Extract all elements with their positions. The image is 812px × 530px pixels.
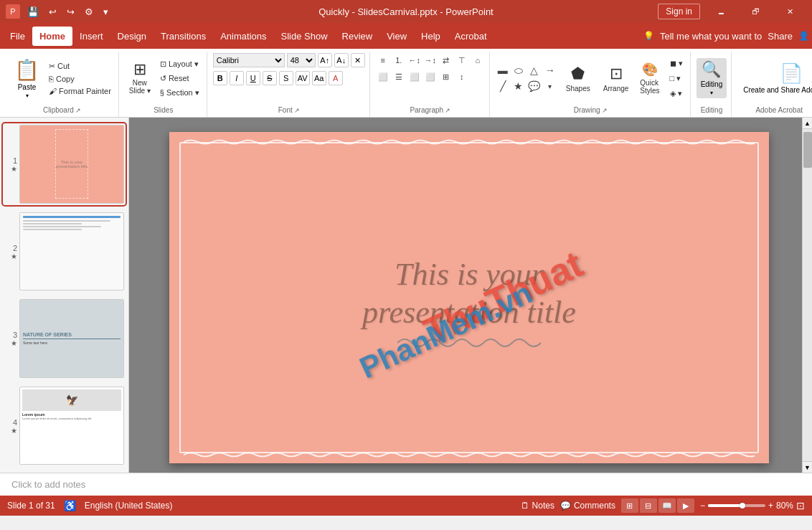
align-right[interactable]: ⬜ <box>407 70 422 84</box>
shape-arrow[interactable]: → <box>543 63 557 77</box>
menu-home[interactable]: Home <box>32 27 72 46</box>
redo-btn[interactable]: ↪ <box>64 5 77 19</box>
bold-button[interactable]: B <box>213 71 227 85</box>
shape-oval[interactable]: ⬭ <box>511 63 526 77</box>
font-size-select[interactable]: 48 <box>287 53 316 67</box>
shape-star[interactable]: ★ <box>511 79 526 93</box>
paragraph-expand-icon[interactable]: ↗ <box>445 107 450 114</box>
notes-status-btn[interactable]: 🗒 Notes <box>521 501 554 511</box>
slideshow-button[interactable]: ▶ <box>677 498 694 513</box>
scroll-thumb[interactable] <box>803 132 812 168</box>
line-spacing[interactable]: ↕ <box>455 70 469 84</box>
menu-animations[interactable]: Animations <box>213 27 273 46</box>
underline-button[interactable]: U <box>246 71 260 85</box>
create-share-pdf-button[interactable]: 📄 Create and Share Adobe PDF <box>737 60 812 97</box>
shape-fill-button[interactable]: ◼ ▾ <box>667 57 686 70</box>
align-text[interactable]: ⊤ <box>455 53 469 67</box>
menu-view[interactable]: View <box>379 27 414 46</box>
share-label[interactable]: Share <box>768 31 793 42</box>
close-button[interactable]: ✕ <box>773 0 806 23</box>
cut-button[interactable]: ✂ Cut <box>46 60 114 72</box>
scroll-down-button[interactable]: ▼ <box>803 461 812 473</box>
font-size-increase[interactable]: A↑ <box>318 53 332 67</box>
text-direction[interactable]: ⇄ <box>439 53 453 67</box>
new-slide-button[interactable]: ⊞ NewSlide ▾ <box>125 60 155 97</box>
strikethrough-button[interactable]: S <box>263 71 277 85</box>
font-color-button[interactable]: A <box>329 71 343 85</box>
quick-styles-button[interactable]: 🎨 QuickStyles <box>636 60 664 96</box>
normal-view-button[interactable]: ⊞ <box>621 498 638 513</box>
fit-to-window-button[interactable]: ⊡ <box>796 500 805 511</box>
align-center[interactable]: ☰ <box>392 70 406 84</box>
smartart[interactable]: ⌂ <box>471 53 485 67</box>
reading-view-button[interactable]: 📖 <box>658 498 676 513</box>
font-size-decrease[interactable]: A↓ <box>334 53 349 67</box>
bullets-button[interactable]: ≡ <box>376 53 390 67</box>
clipboard-expand-icon[interactable]: ↗ <box>75 107 81 114</box>
slide-thumb-3[interactable]: 3 ★ NATURE OF SERIES Some text here <box>3 298 126 379</box>
menu-help[interactable]: Help <box>414 27 448 46</box>
char-spacing-button[interactable]: AV <box>296 71 310 85</box>
customize-btn[interactable]: ⚙ <box>82 5 96 19</box>
restore-button[interactable]: 🗗 <box>739 0 772 23</box>
format-painter-button[interactable]: 🖌 Format Painter <box>46 85 114 97</box>
slide-thumb-1[interactable]: 1 ★ This is yourpresentation title <box>3 123 126 205</box>
zoom-slider[interactable] <box>708 504 765 507</box>
slide-thumb-4[interactable]: 4 ★ 🦅 Lorem ipsum Lorem ipsum dolor sit … <box>3 385 126 467</box>
text-shadow-button[interactable]: S <box>279 71 293 85</box>
section-button[interactable]: § Section ▾ <box>157 87 202 99</box>
indent-decrease[interactable]: ←↕ <box>407 53 422 67</box>
language-info: English (United States) <box>85 501 173 511</box>
shape-callout[interactable]: 💬 <box>527 79 542 93</box>
paragraph-row1: ≡ 1. ←↕ →↕ ⇄ ⊤ ⌂ <box>376 53 485 67</box>
minimize-button[interactable]: 🗕 <box>704 0 737 23</box>
italic-button[interactable]: I <box>230 71 244 85</box>
menu-slideshow[interactable]: Slide Show <box>273 27 334 46</box>
slide-thumb-5[interactable]: 5 ★ Sentences are commonly quoted as a m… <box>3 472 126 473</box>
zoom-in-button[interactable]: + <box>768 501 773 511</box>
numbering-button[interactable]: 1. <box>392 53 406 67</box>
vertical-scrollbar[interactable]: ▲ ▼ <box>802 118 812 473</box>
shape-effects-button[interactable]: ◈ ▾ <box>667 87 686 100</box>
menu-insert[interactable]: Insert <box>72 27 110 46</box>
save-quick-btn[interactable]: 💾 <box>24 5 42 19</box>
menu-transitions[interactable]: Transitions <box>154 27 213 46</box>
menu-file[interactable]: File <box>3 27 32 46</box>
scroll-up-button[interactable]: ▲ <box>803 118 812 129</box>
shapes-more[interactable]: ▾ <box>543 79 557 93</box>
drawing-expand-icon[interactable]: ↗ <box>602 107 608 114</box>
arrange-button[interactable]: ⊡ Arrange <box>599 63 633 94</box>
sign-in-button[interactable]: Sign in <box>658 4 700 19</box>
menu-acrobat[interactable]: Acrobat <box>448 27 494 46</box>
shape-line[interactable]: ╱ <box>496 79 510 93</box>
indent-increase[interactable]: →↕ <box>423 53 438 67</box>
menu-design[interactable]: Design <box>110 27 154 46</box>
paste-button[interactable]: 📋 Paste ▾ <box>10 56 44 101</box>
align-left[interactable]: ⬜ <box>376 70 390 84</box>
layout-button[interactable]: ⊡ Layout ▾ <box>157 58 202 70</box>
font-name-select[interactable]: Calibri <box>213 53 285 67</box>
slide-thumb-2[interactable]: 2 ★ <box>3 211 126 293</box>
clear-formatting[interactable]: ✕ <box>351 53 365 67</box>
slide-title[interactable]: This is yourpresentation title <box>230 256 709 332</box>
change-case-button[interactable]: Aa <box>312 71 326 85</box>
qat-dropdown[interactable]: ▾ <box>100 5 111 19</box>
copy-button[interactable]: ⎘ Copy <box>46 73 114 85</box>
zoom-out-button[interactable]: − <box>700 501 705 511</box>
menu-review[interactable]: Review <box>335 27 380 46</box>
font-expand-icon[interactable]: ↗ <box>294 107 300 114</box>
reset-button[interactable]: ↺ Reset <box>157 72 202 85</box>
editing-button[interactable]: 🔍 Editing ▾ <box>697 58 727 98</box>
shapes-button[interactable]: ⬟ Shapes <box>562 63 595 94</box>
undo-btn[interactable]: ↩ <box>46 5 60 19</box>
shape-outline-button[interactable]: □ ▾ <box>667 72 686 85</box>
columns[interactable]: ⊞ <box>439 70 453 84</box>
comments-status-btn[interactable]: 💬 Comments <box>560 501 615 511</box>
shape-triangle[interactable]: △ <box>527 63 542 77</box>
slide-sorter-button[interactable]: ⊟ <box>640 498 657 513</box>
shape-rect[interactable]: ▬ <box>496 63 510 77</box>
slide-panel[interactable]: 1 ★ This is yourpresentation title 2 ★ <box>0 118 129 473</box>
justify[interactable]: ⬜ <box>423 70 438 84</box>
slide-canvas[interactable]: This is yourpresentation title ThuThuat … <box>169 132 769 463</box>
share-icon[interactable]: 👤 <box>798 31 809 41</box>
